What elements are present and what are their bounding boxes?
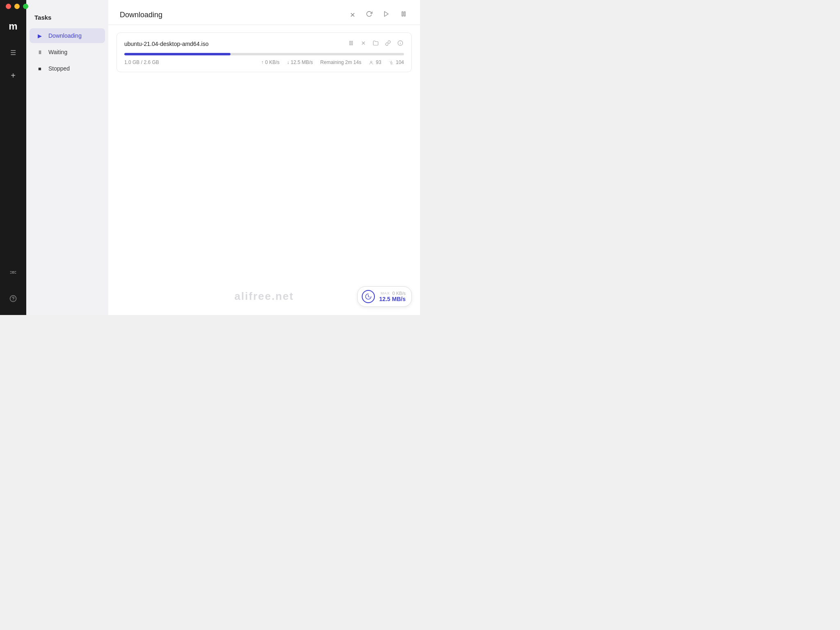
sidebar-bottom (5, 261, 21, 307)
traffic-light-minimize[interactable] (14, 4, 20, 9)
main-header-title: Downloading (120, 11, 162, 19)
seeds-count: 104 (389, 59, 404, 65)
settings-icon[interactable] (5, 264, 21, 281)
upload-speed: ↑ 0 KB/s (261, 59, 280, 65)
download-item-actions (347, 39, 404, 48)
header-refresh-button[interactable] (364, 9, 374, 21)
add-button[interactable]: + (5, 67, 21, 84)
peers-count: 93 (369, 59, 381, 65)
svg-line-22 (392, 64, 393, 64)
file-size: 1.0 GB / 2.6 GB (124, 59, 159, 65)
nav-label-waiting: Waiting (48, 49, 67, 55)
item-folder-button[interactable] (372, 39, 379, 48)
progress-bar-fill (124, 53, 231, 55)
svg-point-18 (390, 62, 392, 64)
sidebar-dark: m ☰ + (0, 0, 26, 315)
pause-icon: ⏸ (36, 49, 43, 55)
traffic-light-maximize[interactable] (23, 4, 28, 9)
nav-label-downloading: Downloading (48, 32, 82, 39)
svg-line-21 (390, 61, 390, 62)
main-content: Downloading ✕ ubuntu-21.04-d (108, 0, 420, 315)
menu-icon[interactable]: ☰ (5, 44, 21, 61)
stats-right: ↑ 0 KB/s ↓ 12.5 MB/s Remaining 2m 14s 93… (261, 59, 404, 65)
header-pause-button[interactable] (399, 9, 409, 21)
download-speed-widget: 12.5 MB/s (379, 296, 406, 302)
svg-rect-11 (352, 41, 352, 45)
svg-marker-7 (384, 11, 388, 16)
main-header: Downloading ✕ (108, 0, 420, 25)
item-link-button[interactable] (384, 39, 392, 48)
app-logo: m (5, 18, 21, 34)
svg-rect-8 (402, 12, 403, 16)
tasks-sidebar: Tasks ▶ Downloading ⏸ Waiting ■ Stopped (26, 0, 108, 315)
download-list: ubuntu-21.04-desktop-amd64.iso (108, 25, 420, 315)
download-item-header: ubuntu-21.04-desktop-amd64.iso (124, 39, 404, 48)
help-icon[interactable] (5, 290, 21, 307)
download-filename: ubuntu-21.04-desktop-amd64.iso (124, 41, 208, 47)
header-play-button[interactable] (381, 9, 391, 21)
stop-icon: ■ (36, 66, 43, 72)
download-stats: 1.0 GB / 2.6 GB ↑ 0 KB/s ↓ 12.5 MB/s Rem… (124, 59, 404, 65)
svg-rect-9 (404, 12, 405, 16)
svg-rect-10 (350, 41, 351, 45)
nav-label-stopped: Stopped (48, 65, 70, 72)
item-remove-button[interactable] (360, 39, 367, 48)
speed-icon (362, 290, 375, 303)
traffic-light-close[interactable] (6, 4, 11, 9)
upload-speed-widget: 0 KB/s (393, 291, 406, 296)
download-item: ubuntu-21.04-desktop-amd64.iso (116, 32, 412, 72)
svg-point-17 (370, 61, 372, 63)
svg-point-0 (12, 272, 14, 274)
speed-info: MAX 0 KB/s 12.5 MB/s (379, 291, 406, 302)
speed-widget: MAX 0 KB/s 12.5 MB/s (357, 286, 412, 307)
header-actions: ✕ (348, 9, 409, 21)
play-icon: ▶ (36, 33, 43, 39)
max-label: MAX (381, 291, 390, 295)
header-close-button[interactable]: ✕ (348, 9, 357, 21)
remaining-time: Remaining 2m 14s (320, 59, 361, 65)
speed-max-row: MAX 0 KB/s (381, 291, 406, 296)
nav-item-stopped[interactable]: ■ Stopped (30, 61, 105, 76)
item-info-button[interactable] (397, 39, 404, 48)
progress-bar-container (124, 53, 404, 55)
nav-item-waiting[interactable]: ⏸ Waiting (30, 45, 105, 59)
nav-item-downloading[interactable]: ▶ Downloading (30, 28, 105, 43)
download-speed: ↓ 12.5 MB/s (287, 59, 313, 65)
item-pause-button[interactable] (347, 39, 355, 48)
